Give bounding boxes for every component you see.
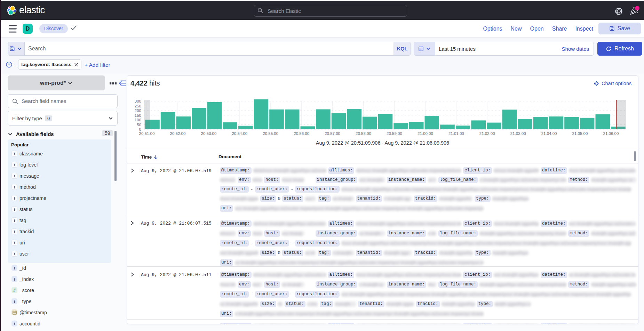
svg-text:20:55:00: 20:55:00 [263,131,278,136]
svg-text:200: 200 [135,108,141,113]
svg-text:21:02:00: 21:02:00 [479,131,495,136]
svg-text:21:04:00: 21:04:00 [541,131,557,136]
svg-text:20:51:00: 20:51:00 [139,131,155,136]
svg-text:20:58:00: 20:58:00 [356,131,371,136]
svg-text:21:05:00: 21:05:00 [572,131,588,136]
svg-text:150: 150 [135,113,141,118]
svg-text:20:57:00: 20:57:00 [325,131,340,136]
svg-text:20:53:00: 20:53:00 [201,131,217,136]
svg-text:21:06:00: 21:06:00 [603,131,619,136]
svg-text:21:03:00: 21:03:00 [510,131,526,136]
svg-text:20:59:00: 20:59:00 [387,131,402,136]
svg-text:0: 0 [139,127,141,131]
svg-text:21:01:00: 21:01:00 [448,131,464,136]
svg-text:250: 250 [135,104,141,108]
svg-text:20:52:00: 20:52:00 [170,131,186,136]
svg-text:50: 50 [137,123,141,127]
svg-text:300: 300 [135,99,141,103]
svg-text:20:56:00: 20:56:00 [294,131,309,136]
svg-text:21:00:00: 21:00:00 [418,131,433,136]
svg-text:100: 100 [135,118,141,122]
svg-text:20:54:00: 20:54:00 [232,131,247,136]
